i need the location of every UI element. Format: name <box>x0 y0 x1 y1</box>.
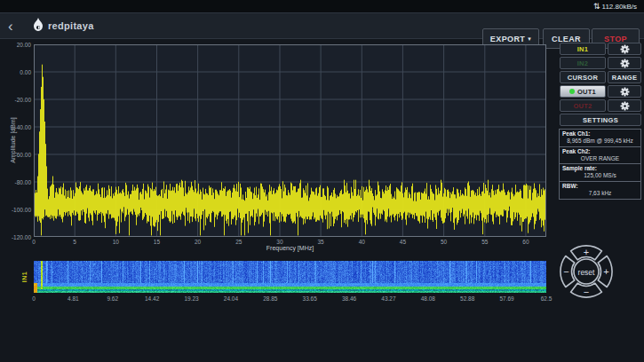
waterfall-channel-label: IN1 <box>21 272 28 282</box>
y-tick-label: 0.00 <box>2 69 31 75</box>
caret-down-icon: ▾ <box>528 35 531 43</box>
y-tick-label: -60.00 <box>2 152 31 158</box>
transfer-arrows-icon: ⇅ <box>593 3 600 11</box>
waterfall-tick-label: 0 <box>23 295 44 302</box>
gear-button-out1[interactable] <box>608 85 641 98</box>
x-tick-label: 20 <box>188 239 208 245</box>
zoom-left-label: − <box>563 266 568 277</box>
panel-peak-ch2: Peak Ch2:OVER RANGE <box>559 146 641 165</box>
y-tick-label: -80.00 <box>2 179 31 185</box>
channel-button-in1[interactable]: IN1 <box>560 43 606 55</box>
x-tick-label: 10 <box>106 239 125 245</box>
channel-label-in2: IN2 <box>577 59 589 67</box>
brand-logo: redpitaya <box>32 18 94 33</box>
transfer-rate-value: 112.80kB/s <box>602 3 637 11</box>
x-tick-label: 50 <box>434 239 454 245</box>
x-tick-label: 45 <box>393 239 412 245</box>
range-button[interactable]: RANGE <box>608 71 641 83</box>
brand-name: redpitaya <box>48 20 94 31</box>
gear-icon <box>620 59 630 68</box>
toolbar: ‹ redpitaya EXPORT ▾ CLEAR STOP <box>0 12 644 39</box>
app: ⇅ 112.80kB/s ‹ redpitaya EXPORT ▾ CLEAR … <box>0 0 644 362</box>
panel-value: 125,00 MS/s <box>562 171 638 179</box>
spectrum-plot[interactable] <box>34 44 546 237</box>
panel-label: RBW: <box>562 183 638 189</box>
x-tick-label: 5 <box>65 239 84 245</box>
waterfall-tick-label: 28.85 <box>259 295 281 302</box>
panel-value: 7,63 kHz <box>562 189 638 197</box>
panel-label: Peak Ch2: <box>562 148 638 154</box>
export-label: EXPORT <box>490 35 525 43</box>
zoom-navpad: +−−+reset <box>553 238 620 305</box>
gear-button-in2[interactable] <box>608 57 641 69</box>
panel-rbw: RBW:7,63 kHz <box>559 181 641 200</box>
waterfall-tick-label: 19.23 <box>181 295 203 302</box>
waterfall-tick-label: 48.08 <box>417 295 439 302</box>
channel-label-out1: OUT1 <box>577 88 596 96</box>
y-tick-label: -20.00 <box>2 97 31 103</box>
gear-icon <box>620 44 630 54</box>
waterfall-tick-label: 43.27 <box>378 295 399 302</box>
waterfall-tick-label: 14.42 <box>141 295 163 302</box>
channel-button-in2[interactable]: IN2 <box>560 57 606 69</box>
flame-icon <box>32 18 44 33</box>
zoom-right-label: + <box>603 266 608 277</box>
x-tick-label: 30 <box>270 239 290 245</box>
waterfall-tick-label: 57.69 <box>497 295 518 302</box>
x-tick-label: 25 <box>229 239 249 245</box>
panel-label: Peak Ch1: <box>562 130 638 137</box>
waterfall-display <box>34 261 546 293</box>
waterfall-tick-label: 38.46 <box>338 295 360 302</box>
waterfall-tick-label: 52.88 <box>457 295 478 302</box>
spectrum-trace-in1 <box>35 65 546 236</box>
y-tick-label: -40.00 <box>2 124 31 130</box>
panel-value: OVER RANGE <box>562 154 638 162</box>
panel-peak-ch1: Peak Ch1:8,965 dBm @ 999,45 kHz <box>559 129 641 147</box>
x-tick-label: 40 <box>352 239 371 245</box>
zoom-up-label: + <box>584 247 589 257</box>
x-axis-title: Frequency [MHz] <box>34 245 546 251</box>
reset-label[interactable]: reset <box>578 268 596 277</box>
gear-button-in1[interactable] <box>608 43 641 55</box>
gear-icon <box>620 101 630 111</box>
y-tick-label: 20.00 <box>2 42 31 48</box>
channel-button-out1[interactable]: OUT1 <box>560 85 606 98</box>
x-tick-label: 60 <box>516 239 536 245</box>
y-tick-label: -100.00 <box>2 207 31 213</box>
panel-label: Sample rate: <box>562 165 638 171</box>
waterfall-tick-label: 24.04 <box>220 295 242 302</box>
waterfall-tick-label: 4.81 <box>62 295 83 302</box>
x-tick-label: 15 <box>147 239 166 245</box>
zoom-down-label: − <box>584 287 589 297</box>
back-button[interactable]: ‹ <box>8 16 13 37</box>
waterfall-tick-label: 33.65 <box>299 295 321 302</box>
x-tick-label: 55 <box>475 239 495 245</box>
status-strip: ⇅ 112.80kB/s <box>0 0 644 12</box>
channel-label-out2: OUT2 <box>573 102 592 110</box>
gear-icon <box>620 87 630 97</box>
x-tick-label: 0 <box>24 239 44 245</box>
panel-sample-rate: Sample rate:125,00 MS/s <box>559 163 641 182</box>
transfer-rate-indicator: ⇅ 112.80kB/s <box>593 3 637 11</box>
waterfall-tick-label: 9.62 <box>102 295 123 302</box>
channel-label-in1: IN1 <box>577 45 589 53</box>
channel-button-out2[interactable]: OUT2 <box>560 99 606 112</box>
cursor-button[interactable]: CURSOR <box>560 71 606 83</box>
panel-value: 8,965 dBm @ 999,45 kHz <box>562 137 638 145</box>
x-tick-label: 35 <box>311 239 330 245</box>
status-dot <box>569 89 575 94</box>
settings-button[interactable]: SETTINGS <box>560 114 641 126</box>
gear-button-out2[interactable] <box>608 99 641 112</box>
